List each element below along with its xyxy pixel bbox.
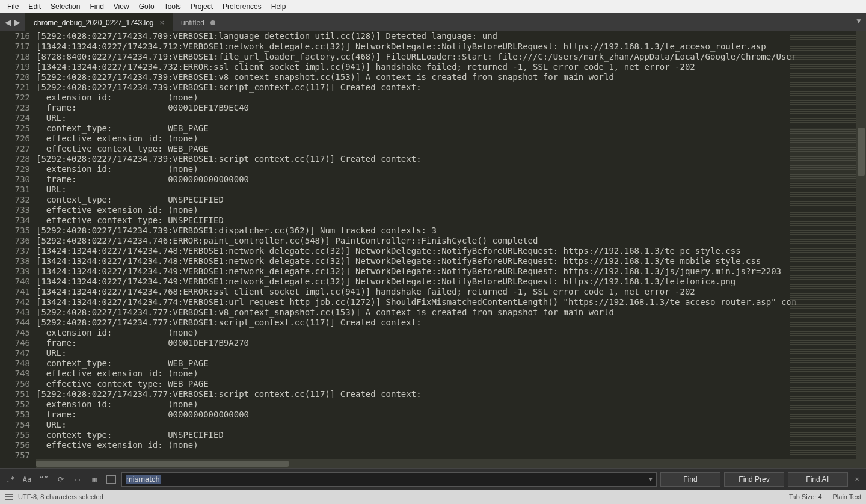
code-line[interactable]: context_type: WEB_PAGE [36,123,866,134]
find-context-toggle[interactable] [105,473,118,486]
code-line[interactable]: [5292:4028:0227/174234.739:VERBOSE1:disp… [36,226,866,236]
find-button[interactable]: Find [660,472,720,487]
code-line[interactable]: [5292:4028:0227/174234.777:VERBOSE1:v8_c… [36,307,866,318]
menu-help[interactable]: Help [266,1,291,12]
code-line[interactable]: context_type: UNSPECIFIED [36,195,866,205]
code-line[interactable]: URL: [36,348,866,358]
tab-close-icon[interactable]: × [160,18,165,27]
menu-find[interactable]: Find [85,1,108,12]
tab-dirty-icon [210,20,215,25]
code-line[interactable]: effective extension id: (none) [36,205,866,215]
code-line[interactable]: [5292:4028:0227/174234.746:ERROR:paint_c… [36,236,866,246]
line-number: 750 [0,379,30,389]
hamburger-icon[interactable] [5,494,13,500]
line-number: 734 [0,215,30,226]
find-regex-toggle[interactable]: .* [4,473,17,486]
code-line[interactable]: [13424:13244:0227/174234.749:VERBOSE1:ne… [36,277,866,287]
find-bar: .* Aa “” ⟳ ▭ ▦ mismatch ▼ Find Find Prev… [0,468,866,490]
code-line[interactable]: [5292:4028:0227/174234.739:VERBOSE1:scri… [36,82,866,93]
status-tabsize[interactable]: Tab Size: 4 [789,493,821,500]
line-number: 746 [0,338,30,348]
menu-view[interactable]: View [109,1,134,12]
line-number: 751 [0,389,30,399]
code-line[interactable]: [13424:13244:0227/174234.748:VERBOSE1:ne… [36,246,866,256]
find-case-toggle[interactable]: Aa [20,473,34,486]
code-line[interactable]: [13424:13244:0227/174234.712:VERBOSE1:ne… [36,41,866,52]
code-line[interactable]: [13424:13244:0227/174234.774:VERBOSE1:ur… [36,297,866,307]
code-line[interactable]: [5292:4028:0227/174234.709:VERBOSE1:lang… [36,31,866,41]
editor-area[interactable]: 7167177187197207217227237247257267277287… [0,31,866,468]
menu-file[interactable]: File [2,1,23,12]
nav-back-icon[interactable]: ◀ [4,17,13,27]
code-line[interactable]: effective extension id: (none) [36,134,866,144]
menu-preferences[interactable]: Preferences [218,1,266,12]
find-prev-button[interactable]: Find Prev [724,472,784,487]
code-line[interactable]: [13424:13244:0227/174234.748:VERBOSE1:ne… [36,256,866,266]
code-line[interactable]: [5292:4028:0227/174234.739:VERBOSE1:scri… [36,154,866,164]
line-number-gutter: 7167177187197207217227237247257267277287… [0,31,36,461]
find-inselection-toggle[interactable]: ▭ [71,473,84,486]
minimap[interactable] [790,31,856,468]
tab-bar: ◀ ▶ chrome_debug_2020_0227_1743.log×unti… [0,13,866,31]
code-line[interactable]: effective context type: WEB_PAGE [36,144,866,154]
code-line[interactable]: context_type: UNSPECIFIED [36,430,866,440]
line-number: 744 [0,318,30,328]
tab-chrome-debug-2020-0227-1743-log[interactable]: chrome_debug_2020_0227_1743.log× [25,13,173,31]
line-number: 743 [0,307,30,318]
line-number: 716 [0,31,30,41]
code-line[interactable]: URL: [36,185,866,195]
code-line[interactable]: [5292:4028:0227/174234.739:VERBOSE1:v8_c… [36,72,866,82]
code-content[interactable]: [5292:4028:0227/174234.709:VERBOSE1:lang… [36,31,866,461]
code-line[interactable]: frame: 00001DEF17B9A270 [36,338,866,348]
line-number: 754 [0,420,30,430]
code-line[interactable]: extension id: (none) [36,399,866,410]
code-line[interactable]: [5292:4028:0227/174234.777:VERBOSE1:scri… [36,389,866,399]
code-line[interactable]: context_type: WEB_PAGE [36,358,866,369]
status-syntax[interactable]: Plain Text [833,493,862,500]
code-line[interactable]: effective extension id: (none) [36,369,866,379]
code-line[interactable]: effective context type: UNSPECIFIED [36,215,866,226]
find-highlight-toggle[interactable]: ▦ [88,473,101,486]
code-line[interactable]: extension id: (none) [36,164,866,174]
code-line[interactable]: [5292:4028:0227/174234.777:VERBOSE1:scri… [36,318,866,328]
find-history-dropdown-icon[interactable]: ▼ [648,476,654,482]
menu-selection[interactable]: Selection [46,1,85,12]
find-input[interactable]: mismatch ▼ [121,472,657,487]
code-line[interactable]: [13424:13244:0227/174234.732:ERROR:ssl_c… [36,62,866,72]
menu-tools[interactable]: Tools [159,1,186,12]
line-number: 742 [0,297,30,307]
code-line[interactable]: effective context type: WEB_PAGE [36,379,866,389]
line-number: 721 [0,82,30,93]
menu-goto[interactable]: Goto [134,1,159,12]
code-line[interactable]: [13424:13244:0227/174234.768:ERROR:ssl_c… [36,287,866,297]
code-line[interactable]: extension id: (none) [36,93,866,103]
find-close-icon[interactable]: × [852,475,862,484]
code-line[interactable]: URL: [36,113,866,123]
menu-project[interactable]: Project [186,1,218,12]
find-all-button[interactable]: Find All [788,472,848,487]
code-line[interactable]: URL: [36,420,866,430]
code-line[interactable]: frame: 0000000000000000 [36,174,866,185]
code-line[interactable]: [8728:8400:0227/174234.719:VERBOSE1:file… [36,52,866,62]
tab-dropdown-icon[interactable]: ▼ [855,17,862,25]
find-wrap-toggle[interactable]: ⟳ [54,473,67,486]
status-bar: UTF-8, 8 characters selected Tab Size: 4… [0,490,866,504]
status-encoding[interactable]: UTF-8, 8 characters selected [18,493,103,500]
line-number: 731 [0,185,30,195]
tab-untitled[interactable]: untitled [173,13,224,31]
horizontal-scrollbar[interactable] [36,459,856,468]
code-line[interactable]: [13424:13244:0227/174234.749:VERBOSE1:ne… [36,266,866,277]
line-number: 724 [0,113,30,123]
nav-forward-icon[interactable]: ▶ [13,17,22,27]
line-number: 730 [0,174,30,185]
code-line[interactable]: frame: 0000000000000000 [36,410,866,420]
code-line[interactable]: effective extension id: (none) [36,440,866,450]
find-wholeword-toggle[interactable]: “” [37,473,51,486]
code-line[interactable]: frame: 00001DEF17B9EC40 [36,103,866,113]
line-number: 756 [0,440,30,450]
menu-edit[interactable]: Edit [23,1,46,12]
vertical-scrollbar[interactable] [856,31,866,468]
code-line[interactable]: extension id: (none) [36,328,866,338]
line-number: 739 [0,266,30,277]
line-number: 719 [0,62,30,72]
